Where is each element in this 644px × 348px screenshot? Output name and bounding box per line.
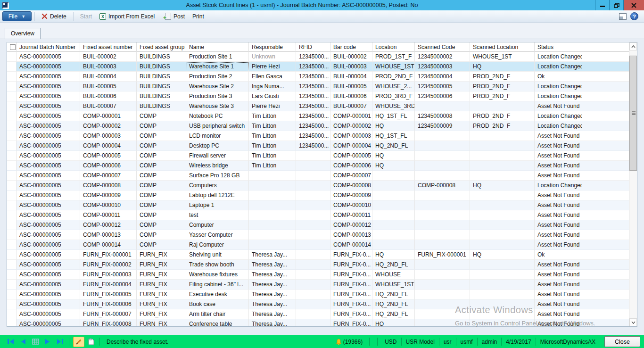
cell[interactable]: PROD_2ND_F — [470, 121, 535, 131]
cell[interactable] — [296, 250, 330, 260]
cell[interactable]: Surface Pro 128 GB — [186, 171, 249, 181]
cell[interactable]: COMP-000001 — [330, 111, 372, 121]
cell[interactable]: 12345000... — [296, 82, 330, 91]
cell[interactable]: PROD_2ND_F — [470, 111, 535, 121]
row-selector[interactable] — [7, 260, 17, 270]
table-row[interactable]: ASC-000000005COMP-000006COMPWireless bri… — [7, 161, 629, 171]
cell[interactable]: Asset Not Found — [535, 131, 582, 141]
cell[interactable] — [470, 240, 535, 250]
cell[interactable]: COMP — [137, 181, 186, 191]
cell[interactable]: ASC-000000005 — [17, 250, 80, 260]
cell[interactable] — [296, 280, 330, 290]
cell[interactable]: 12345000... — [296, 91, 330, 101]
cell[interactable]: Yasser Computer — [186, 230, 249, 240]
cell[interactable] — [470, 309, 535, 319]
column-header-location[interactable]: Location — [372, 42, 415, 52]
row-selector[interactable] — [7, 299, 17, 309]
row-selector[interactable] — [7, 82, 17, 91]
cell[interactable]: Arm tilter chair — [186, 309, 249, 319]
cell[interactable]: FURN_FIX — [137, 260, 186, 270]
cell[interactable]: COMP-000008 — [330, 181, 372, 191]
cell[interactable]: ASC-000000005 — [17, 191, 80, 200]
cell[interactable]: PROD_3RD_F — [372, 91, 415, 101]
form-close-button[interactable]: Close — [604, 336, 640, 347]
cell[interactable]: ASC-000000005 — [17, 270, 80, 280]
cell[interactable]: Asset Not Found — [535, 240, 582, 250]
cell[interactable]: Asset Not Found — [535, 151, 582, 161]
cell[interactable]: HQ — [372, 151, 415, 161]
column-header-fixed-asset-number[interactable]: Fixed asset number — [80, 42, 137, 52]
cell[interactable] — [372, 220, 415, 230]
cell[interactable]: COMP — [137, 151, 186, 161]
cell[interactable]: COMP-000009 — [80, 191, 137, 200]
cell[interactable]: WHOUSE_3RD — [372, 101, 415, 111]
cell[interactable] — [249, 230, 296, 240]
cell[interactable]: FURN_FIX-0... — [330, 260, 372, 270]
cell[interactable] — [372, 230, 415, 240]
table-row[interactable]: ASC-000000005BUIL-000002BUILDINGSProduct… — [7, 52, 629, 62]
tab-overview[interactable]: Overview — [5, 28, 41, 39]
cell[interactable]: FURN_FIX — [137, 270, 186, 280]
cell[interactable] — [296, 191, 330, 200]
import-from-excel-button[interactable]: x Import From Excel — [96, 11, 158, 22]
table-row[interactable]: ASC-000000005BUIL-000006BUILDINGSProduct… — [7, 91, 629, 101]
cell[interactable]: Location Changed — [535, 121, 582, 131]
cell[interactable] — [249, 210, 296, 220]
cell[interactable]: Raj Computer — [186, 240, 249, 250]
cell[interactable] — [249, 200, 296, 210]
cell[interactable]: Theresa Jay... — [249, 250, 296, 260]
table-row[interactable]: ASC-000000005COMP-000008COMPComputersCOM… — [7, 181, 629, 191]
cell[interactable]: Asset Not Found — [535, 161, 582, 171]
cell[interactable]: HQ_2ND_FL — [372, 260, 415, 270]
cell[interactable]: HQ — [470, 181, 535, 191]
cell[interactable] — [296, 309, 330, 319]
edit-record-button[interactable] — [73, 337, 84, 347]
file-menu-button[interactable]: File ▼ — [2, 11, 32, 21]
table-row[interactable]: ASC-000000005COMP-000012COMPComputerCOMP… — [7, 220, 629, 230]
cell[interactable] — [470, 270, 535, 280]
cell[interactable]: 12345000... — [296, 141, 330, 151]
cell[interactable] — [415, 191, 470, 200]
cell[interactable]: HQ_2ND_FL — [372, 290, 415, 299]
table-row[interactable]: ASC-000000005COMP-000001COMPNotebook PCT… — [7, 111, 629, 121]
print-button[interactable]: Print — [189, 11, 208, 22]
cell[interactable]: BUILDINGS — [137, 72, 186, 82]
table-row[interactable]: ASC-000000005COMP-000003COMPLCD monitorT… — [7, 131, 629, 141]
cell[interactable]: 12345000... — [296, 62, 330, 72]
cell[interactable]: HQ_2ND_FL — [372, 309, 415, 319]
cell[interactable] — [249, 191, 296, 200]
row-selector[interactable] — [7, 101, 17, 111]
scroll-up-button[interactable] — [629, 42, 637, 50]
cell[interactable]: FURN_FIX — [137, 299, 186, 309]
cell[interactable]: Theresa Jay... — [249, 299, 296, 309]
row-selector[interactable] — [7, 220, 17, 230]
cell[interactable]: COMP-000001 — [80, 111, 137, 121]
cell[interactable]: FURN_FIX-000001 — [415, 250, 470, 260]
select-all-header[interactable] — [7, 42, 17, 52]
cell[interactable]: Notebook PC — [186, 111, 249, 121]
cell[interactable]: COMP — [137, 191, 186, 200]
table-row[interactable]: ASC-000000005FURN_FIX-000005FURN_FIXExec… — [7, 290, 629, 299]
cell[interactable]: HQ — [470, 62, 535, 72]
cell[interactable] — [415, 220, 470, 230]
cell[interactable]: Production Site 3 — [186, 91, 249, 101]
row-selector[interactable] — [7, 270, 17, 280]
cell[interactable]: COMP-000014 — [80, 240, 137, 250]
row-selector[interactable] — [7, 319, 17, 326]
cell[interactable] — [415, 141, 470, 151]
cell[interactable]: Asset Not Found — [535, 210, 582, 220]
cell[interactable]: BUIL-000002 — [330, 52, 372, 62]
cell[interactable]: COMP-000011 — [80, 210, 137, 220]
cell[interactable] — [470, 210, 535, 220]
table-row[interactable]: ASC-000000005COMP-000011COMPtestCOMP-000… — [7, 210, 629, 220]
cell[interactable]: Asset Not Found — [535, 200, 582, 210]
table-row[interactable]: ASC-000000005COMP-000014COMPRaj Computer… — [7, 240, 629, 250]
cell[interactable]: ASC-000000005 — [17, 161, 80, 171]
cell[interactable] — [470, 290, 535, 299]
cell[interactable]: Book case — [186, 299, 249, 309]
cell[interactable]: COMP-000006 — [80, 161, 137, 171]
table-row[interactable]: ASC-000000005FURN_FIX-000007FURN_FIXArm … — [7, 309, 629, 319]
cell[interactable] — [415, 171, 470, 181]
cell[interactable]: COMP-000008 — [415, 181, 470, 191]
cell[interactable]: COMP-000010 — [330, 200, 372, 210]
